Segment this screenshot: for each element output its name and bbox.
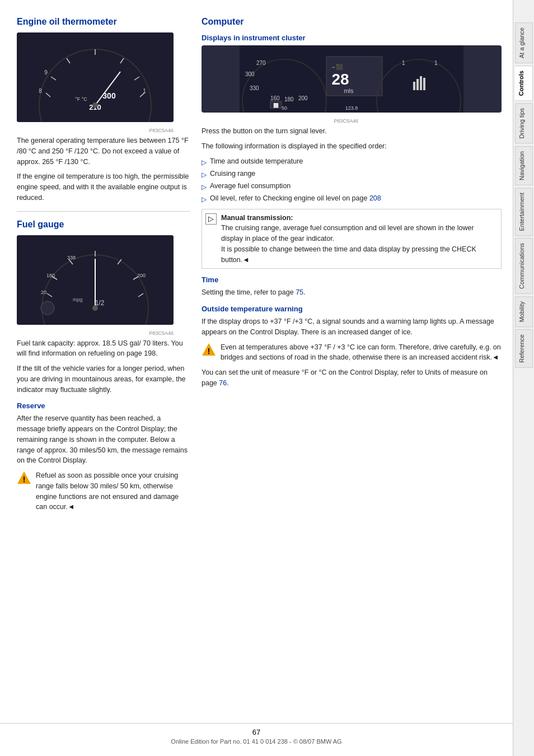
svg-text:270: 270	[256, 60, 266, 66]
computer-following: The following information is displayed i…	[202, 141, 502, 152]
fuel-gauge-image: 20 180 338 200 mpg 1/2	[17, 235, 174, 325]
fuel-para1: Fuel tank capacity: approx. 18.5 US gal/…	[17, 338, 190, 360]
svg-text:9: 9	[44, 69, 48, 76]
fuel-warning-icon: !	[17, 470, 31, 487]
outside-temp-para2: You can set the unit of measure °F or °C…	[202, 367, 502, 389]
svg-text:160: 160	[270, 95, 280, 101]
svg-point-16	[92, 102, 98, 108]
svg-point-33	[92, 305, 98, 311]
svg-text:180: 180	[46, 273, 55, 278]
svg-text:28: 28	[331, 71, 349, 88]
manual-transmission-icon: ▷	[205, 213, 217, 225]
svg-text:20: 20	[41, 290, 46, 295]
svg-text:1: 1	[143, 88, 146, 94]
outside-temp-warning-text: Even at temperatures above +37 °F / +3 °…	[221, 342, 502, 363]
engine-oil-section: Engine oil thermometer	[17, 17, 190, 203]
computer-bullet-list: ▷ Time and outside temperature ▷ Cruisin…	[202, 156, 502, 204]
sidebar-tab-at-a-glance[interactable]: At a glance	[515, 22, 533, 63]
time-link[interactable]: 75	[296, 288, 303, 296]
bullet-item-1: ▷ Time and outside temperature	[202, 156, 502, 167]
manual-transmission-note: ▷ Manual transmission: The cruising rang…	[202, 209, 502, 269]
manual-note-content: Manual transmission: The cruising range,…	[221, 213, 498, 265]
svg-rect-54	[416, 79, 419, 90]
oil-level-link[interactable]: 208	[369, 194, 381, 202]
svg-text:!: !	[23, 475, 26, 484]
sidebar-tab-controls[interactable]: Controls	[515, 66, 533, 101]
svg-text:mls: mls	[344, 87, 354, 94]
computer-img-caption: P83C5A46	[202, 118, 358, 124]
sidebar: At a glance Controls Driving tips Naviga…	[513, 0, 534, 756]
fuel-gauge-section: Fuel gauge	[17, 220, 190, 513]
bullet-item-4: ▷ Oil level, refer to Checking engine oi…	[202, 193, 502, 204]
manual-note-extra: It is possible to change between the tim…	[221, 244, 498, 265]
engine-oil-title: Engine oil thermometer	[17, 17, 190, 27]
bullet-arrow-2: ▷	[202, 170, 207, 180]
bullet-arrow-4: ▷	[202, 194, 207, 204]
svg-text:200: 200	[137, 273, 146, 278]
svg-text:300: 300	[245, 71, 255, 77]
reserve-title: Reserve	[17, 402, 190, 410]
engine-oil-img-caption: P83C5A46	[17, 128, 174, 133]
play-triangle: ▷	[208, 214, 214, 223]
svg-rect-56	[423, 78, 425, 90]
svg-text:338: 338	[67, 255, 76, 260]
sidebar-tab-reference[interactable]: Reference	[515, 329, 533, 368]
fuel-reserve-note: Refuel as soon as possible once your cru…	[36, 470, 190, 512]
bullet-arrow-1: ▷	[202, 157, 207, 167]
outside-temp-warning-note: ! Even at temperatures above +37 °F / +3…	[202, 342, 502, 363]
outside-temp-title: Outside temperature warning	[202, 305, 502, 313]
engine-oil-gauge-image: 8 9 1 °F °C 300 210	[17, 32, 174, 122]
svg-text:50: 50	[282, 105, 287, 111]
svg-text:200: 200	[298, 95, 308, 101]
reserve-para: After the reserve quantity has been reac…	[17, 413, 190, 466]
sidebar-tab-communications[interactable]: Communications	[515, 238, 533, 294]
displays-title: Displays in instrument cluster	[202, 34, 502, 42]
svg-text:8: 8	[39, 88, 42, 94]
svg-text:!: !	[208, 347, 210, 356]
units-link[interactable]: 76	[219, 379, 227, 387]
svg-text:1: 1	[402, 60, 405, 66]
svg-text:180: 180	[284, 96, 294, 102]
time-text: Setting the time, refer to page 75.	[202, 287, 502, 298]
svg-rect-53	[413, 82, 415, 90]
sidebar-tab-entertainment[interactable]: Entertainment	[515, 188, 533, 236]
time-title: Time	[202, 276, 502, 284]
bullet-arrow-3: ▷	[202, 182, 207, 192]
svg-text:mpg: mpg	[73, 297, 83, 302]
fuel-para2: If the tilt of the vehicle varies for a …	[17, 363, 190, 395]
svg-text:°F °C: °F °C	[75, 96, 87, 102]
svg-text:⬜: ⬜	[273, 102, 279, 108]
computer-display-image: 270 300 330 160 180 200 → ⬛ 28 mls	[202, 45, 502, 113]
computer-intro: Press the button on the turn signal leve…	[202, 126, 502, 137]
computer-section: Computer Displays in instrument cluster …	[202, 17, 502, 389]
engine-oil-para1: The general operating temperature lies b…	[17, 136, 190, 167]
sidebar-tab-mobility[interactable]: Mobility	[515, 296, 533, 327]
bullet-item-3: ▷ Average fuel consumption	[202, 181, 502, 192]
computer-title: Computer	[202, 17, 502, 27]
fuel-gauge-title: Fuel gauge	[17, 220, 190, 230]
manual-note-title: Manual transmission:	[221, 214, 293, 222]
engine-oil-para2: If the engine oil temperature is too hig…	[17, 171, 190, 203]
right-column: Computer Displays in instrument cluster …	[202, 17, 502, 739]
left-column: Engine oil thermometer	[17, 17, 190, 739]
sidebar-tab-navigation[interactable]: Navigation	[515, 146, 533, 185]
sidebar-tab-driving-tips[interactable]: Driving tips	[515, 103, 533, 143]
outside-temp-para1: If the display drops to +37 °F /+3 °C, a…	[202, 316, 502, 338]
manual-note-text: The cruising range, average fuel consump…	[221, 224, 474, 242]
svg-point-34	[41, 301, 54, 315]
fuel-gauge-img-caption: P83C5A46	[17, 330, 174, 336]
svg-text:330: 330	[250, 85, 259, 91]
footer-copyright: Online Edition for Part no. 01 41 0 014 …	[171, 738, 341, 745]
bullet-item-2: ▷ Cruising range	[202, 169, 502, 180]
svg-text:⬛: ⬛	[336, 63, 343, 71]
outside-temp-warning-icon: !	[202, 342, 216, 358]
page-number: 67	[0, 728, 513, 736]
footer: 67 Online Edition for Part no. 01 41 0 0…	[0, 723, 513, 745]
svg-rect-55	[420, 76, 422, 90]
svg-text:→: →	[330, 64, 336, 70]
svg-text:123.8: 123.8	[345, 105, 358, 111]
fuel-warning-note: ! Refuel as soon as possible once your c…	[17, 470, 190, 512]
svg-text:1: 1	[434, 60, 438, 66]
